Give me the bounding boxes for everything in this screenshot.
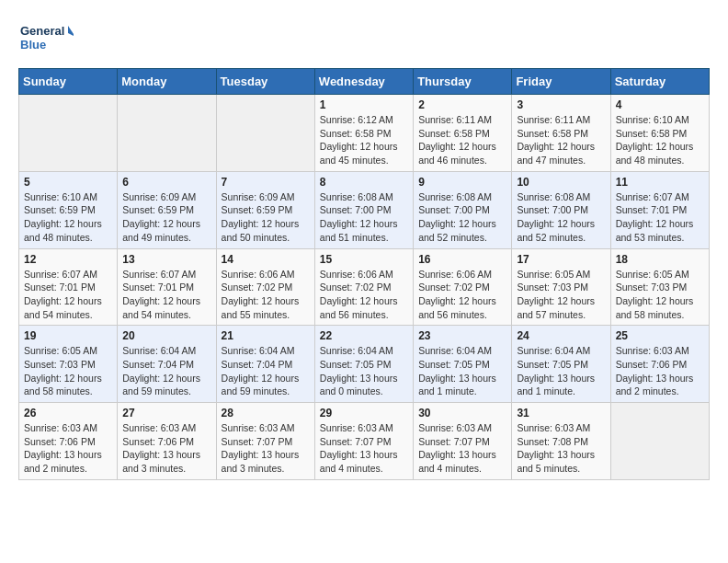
calendar-cell: 25Sunrise: 6:03 AM Sunset: 7:06 PM Dayli… [610, 326, 709, 403]
day-number: 16 [418, 253, 506, 266]
calendar-cell: 7Sunrise: 6:09 AM Sunset: 6:59 PM Daylig… [216, 171, 314, 248]
day-info: Sunrise: 6:11 AM Sunset: 6:58 PM Dayligh… [418, 113, 506, 167]
calendar-cell: 1Sunrise: 6:12 AM Sunset: 6:58 PM Daylig… [314, 95, 413, 172]
calendar-week-row: 19Sunrise: 6:05 AM Sunset: 7:03 PM Dayli… [19, 326, 710, 403]
day-number: 23 [418, 329, 506, 342]
calendar-cell: 16Sunrise: 6:06 AM Sunset: 7:02 PM Dayli… [414, 248, 512, 326]
day-number: 1 [320, 98, 408, 111]
svg-text:Blue: Blue [20, 38, 46, 52]
day-info: Sunrise: 6:08 AM Sunset: 7:00 PM Dayligh… [418, 190, 506, 245]
day-number: 14 [222, 253, 310, 266]
day-info: Sunrise: 6:04 AM Sunset: 7:05 PM Dayligh… [320, 344, 408, 398]
day-number: 9 [418, 176, 506, 189]
day-number: 17 [517, 253, 605, 266]
svg-marker-2 [68, 26, 74, 37]
calendar-cell: 18Sunrise: 6:05 AM Sunset: 7:03 PM Dayli… [610, 248, 709, 326]
calendar-week-row: 1Sunrise: 6:12 AM Sunset: 6:58 PM Daylig… [19, 95, 710, 172]
day-info: Sunrise: 6:11 AM Sunset: 6:58 PM Dayligh… [517, 113, 605, 167]
calendar-cell: 23Sunrise: 6:04 AM Sunset: 7:05 PM Dayli… [414, 326, 512, 403]
day-info: Sunrise: 6:03 AM Sunset: 7:07 PM Dayligh… [320, 421, 408, 476]
day-number: 12 [24, 253, 112, 266]
calendar-cell: 26Sunrise: 6:03 AM Sunset: 7:06 PM Dayli… [19, 403, 118, 480]
svg-text:General: General [20, 24, 64, 38]
weekday-header-friday: Friday [512, 69, 610, 95]
calendar-cell: 17Sunrise: 6:05 AM Sunset: 7:03 PM Dayli… [512, 248, 610, 326]
day-number: 26 [24, 407, 112, 419]
day-number: 27 [122, 407, 210, 419]
day-number: 2 [418, 98, 506, 111]
calendar-cell [610, 403, 709, 480]
day-number: 22 [320, 329, 408, 342]
calendar-cell: 29Sunrise: 6:03 AM Sunset: 7:07 PM Dayli… [314, 403, 413, 480]
day-info: Sunrise: 6:04 AM Sunset: 7:05 PM Dayligh… [418, 344, 506, 398]
day-info: Sunrise: 6:04 AM Sunset: 7:04 PM Dayligh… [122, 344, 210, 398]
calendar-cell: 11Sunrise: 6:07 AM Sunset: 7:01 PM Dayli… [610, 171, 709, 248]
logo-svg: General Blue [18, 18, 74, 59]
day-info: Sunrise: 6:06 AM Sunset: 7:02 PM Dayligh… [418, 268, 506, 322]
day-number: 29 [320, 407, 408, 419]
day-number: 4 [616, 98, 704, 111]
day-number: 7 [222, 176, 310, 189]
day-number: 6 [122, 176, 210, 189]
day-info: Sunrise: 6:03 AM Sunset: 7:06 PM Dayligh… [122, 421, 210, 476]
day-info: Sunrise: 6:06 AM Sunset: 7:02 PM Dayligh… [320, 268, 408, 322]
day-number: 20 [122, 329, 210, 342]
day-info: Sunrise: 6:07 AM Sunset: 7:01 PM Dayligh… [122, 268, 210, 322]
day-info: Sunrise: 6:06 AM Sunset: 7:02 PM Dayligh… [222, 268, 310, 322]
day-info: Sunrise: 6:05 AM Sunset: 7:03 PM Dayligh… [616, 268, 704, 322]
calendar-cell: 21Sunrise: 6:04 AM Sunset: 7:04 PM Dayli… [216, 326, 314, 403]
day-number: 19 [24, 329, 112, 342]
day-number: 3 [517, 98, 605, 111]
day-info: Sunrise: 6:09 AM Sunset: 6:59 PM Dayligh… [122, 190, 210, 245]
calendar-cell: 14Sunrise: 6:06 AM Sunset: 7:02 PM Dayli… [216, 248, 314, 326]
weekday-header-tuesday: Tuesday [216, 69, 314, 95]
calendar-cell: 12Sunrise: 6:07 AM Sunset: 7:01 PM Dayli… [19, 248, 118, 326]
calendar-cell [216, 95, 314, 172]
day-number: 31 [517, 407, 605, 419]
day-info: Sunrise: 6:07 AM Sunset: 7:01 PM Dayligh… [616, 190, 704, 245]
day-info: Sunrise: 6:09 AM Sunset: 6:59 PM Dayligh… [222, 190, 310, 245]
day-info: Sunrise: 6:08 AM Sunset: 7:00 PM Dayligh… [320, 190, 408, 245]
day-info: Sunrise: 6:10 AM Sunset: 6:58 PM Dayligh… [616, 113, 704, 167]
weekday-header-monday: Monday [118, 69, 216, 95]
calendar-cell: 9Sunrise: 6:08 AM Sunset: 7:00 PM Daylig… [414, 171, 512, 248]
calendar-cell: 15Sunrise: 6:06 AM Sunset: 7:02 PM Dayli… [314, 248, 413, 326]
day-info: Sunrise: 6:08 AM Sunset: 7:00 PM Dayligh… [517, 190, 605, 245]
calendar-cell: 3Sunrise: 6:11 AM Sunset: 6:58 PM Daylig… [512, 95, 610, 172]
day-number: 11 [616, 176, 704, 189]
day-number: 13 [122, 253, 210, 266]
calendar-week-row: 5Sunrise: 6:10 AM Sunset: 6:59 PM Daylig… [19, 171, 710, 248]
calendar-cell: 30Sunrise: 6:03 AM Sunset: 7:07 PM Dayli… [414, 403, 512, 480]
calendar-cell: 8Sunrise: 6:08 AM Sunset: 7:00 PM Daylig… [314, 171, 413, 248]
calendar-cell: 5Sunrise: 6:10 AM Sunset: 6:59 PM Daylig… [19, 171, 118, 248]
day-info: Sunrise: 6:03 AM Sunset: 7:08 PM Dayligh… [517, 421, 605, 476]
day-info: Sunrise: 6:10 AM Sunset: 6:59 PM Dayligh… [24, 190, 112, 245]
weekday-header-thursday: Thursday [414, 69, 512, 95]
calendar-cell: 22Sunrise: 6:04 AM Sunset: 7:05 PM Dayli… [314, 326, 413, 403]
calendar-cell: 28Sunrise: 6:03 AM Sunset: 7:07 PM Dayli… [216, 403, 314, 480]
calendar-cell: 24Sunrise: 6:04 AM Sunset: 7:05 PM Dayli… [512, 326, 610, 403]
calendar-cell: 13Sunrise: 6:07 AM Sunset: 7:01 PM Dayli… [118, 248, 216, 326]
calendar-cell: 20Sunrise: 6:04 AM Sunset: 7:04 PM Dayli… [118, 326, 216, 403]
day-number: 25 [616, 329, 704, 342]
calendar-cell: 10Sunrise: 6:08 AM Sunset: 7:00 PM Dayli… [512, 171, 610, 248]
day-number: 10 [517, 176, 605, 189]
calendar-cell: 4Sunrise: 6:10 AM Sunset: 6:58 PM Daylig… [610, 95, 709, 172]
day-number: 18 [616, 253, 704, 266]
day-info: Sunrise: 6:05 AM Sunset: 7:03 PM Dayligh… [24, 344, 112, 398]
calendar-table: SundayMondayTuesdayWednesdayThursdayFrid… [18, 68, 710, 480]
day-info: Sunrise: 6:03 AM Sunset: 7:06 PM Dayligh… [616, 344, 704, 398]
weekday-header-saturday: Saturday [610, 69, 709, 95]
weekday-header-sunday: Sunday [19, 69, 118, 95]
calendar-cell: 19Sunrise: 6:05 AM Sunset: 7:03 PM Dayli… [19, 326, 118, 403]
day-number: 30 [418, 407, 506, 419]
calendar-week-row: 26Sunrise: 6:03 AM Sunset: 7:06 PM Dayli… [19, 403, 710, 480]
weekday-header-wednesday: Wednesday [314, 69, 413, 95]
calendar-cell: 2Sunrise: 6:11 AM Sunset: 6:58 PM Daylig… [414, 95, 512, 172]
calendar-cell [118, 95, 216, 172]
day-number: 28 [222, 407, 310, 419]
calendar-cell: 31Sunrise: 6:03 AM Sunset: 7:08 PM Dayli… [512, 403, 610, 480]
logo: General Blue [18, 18, 74, 59]
page-header: General Blue [18, 18, 710, 59]
day-number: 5 [24, 176, 112, 189]
